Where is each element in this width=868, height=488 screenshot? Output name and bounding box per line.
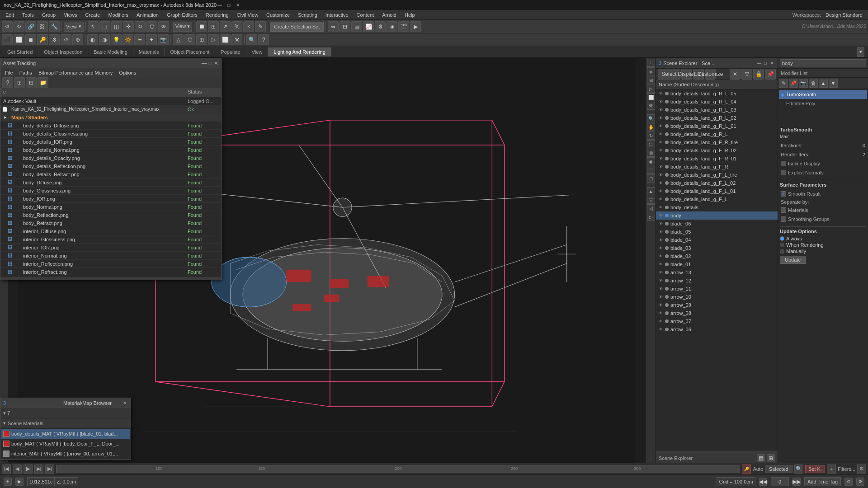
sb-play[interactable]: ▶ [15,478,24,486]
eye-icon-20[interactable]: 👁 [658,253,663,259]
frame-input[interactable]: 0 [771,477,789,486]
se-item-27[interactable]: 👁 arrow_08 [656,309,778,317]
tb2-btn5[interactable]: ⚙ [49,34,60,45]
tl-next-frame[interactable]: ▶| [34,465,43,474]
se-item-9[interactable]: 👁 body_details_land_g_F_R [656,163,778,171]
eye-icon-17[interactable]: 👁 [658,229,663,235]
at-main-file-row[interactable]: 📄 Kamov_KA_32_Firefighting_Helicopter_Si… [0,105,221,113]
se-item-16[interactable]: 👁 blade_06 [656,220,778,228]
at-file-4[interactable]: 🖼 body_details_Opacity.png Found [0,154,221,162]
at-close[interactable]: ✕ [214,60,218,66]
view-tab-dropdown[interactable]: ▾ [857,47,864,57]
se-item-11[interactable]: 👁 body_details_land_g_F_L_02 [656,179,778,187]
snap-btn[interactable]: 🔲 [196,21,207,32]
sb-create[interactable]: + [4,478,12,486]
tb2-motion[interactable]: ▷ [208,34,219,45]
workspace-name[interactable]: Design Standard [822,11,866,19]
menu-content[interactable]: Content [353,11,378,19]
sb-next-frame[interactable]: ▶▶ [793,478,801,486]
se-item-22[interactable]: 👁 arrow_13 [656,268,778,277]
eye-icon-12[interactable]: 👁 [658,188,663,194]
mod-up-btn[interactable]: ▲ [819,79,828,88]
tb2-utils[interactable]: ⚒ [231,34,242,45]
vi-extra3[interactable]: ◁ [647,204,655,212]
at-file-15[interactable]: 🖼 interior_IOR.png Found [0,244,221,252]
at-tb4[interactable]: 📁 [38,77,48,88]
eye-icon-6[interactable]: 👁 [658,140,663,145]
se-item-12[interactable]: 👁 body_details_land_g_F_L_01 [656,187,778,195]
menu-edit[interactable]: Edit [2,11,18,19]
eye-icon-9[interactable]: 👁 [658,164,663,169]
view-dropdown[interactable]: View ▾ [173,22,193,32]
at-file-7[interactable]: 🖼 body_Diffuse.png Found [0,178,221,187]
eye-icon-21[interactable]: 👁 [658,262,663,267]
smooth-result-checkbox[interactable] [781,191,786,197]
at-tb2[interactable]: ⊞ [14,77,25,88]
se-customize-btn[interactable]: Customize [705,69,716,80]
render-btn[interactable]: ▶ [410,21,421,32]
set-key-button[interactable]: Set K. [805,465,825,473]
tl-prev-frame[interactable]: ◀ [13,465,22,474]
vi-modify[interactable]: ◈ [647,67,655,75]
menu-scripting[interactable]: Scripting [294,11,321,19]
se-list[interactable]: 👁 body_details_land_g_R_L_05 👁 body_deta… [656,89,778,450]
curve-editor-btn[interactable]: 📈 [363,21,374,32]
se-display-btn[interactable]: Display [681,69,692,80]
at-menu-bitmap[interactable]: Bitmap Performance and Memory [36,69,115,76]
vi-region[interactable]: ⬚ [647,166,655,174]
at-file-18[interactable]: 🖼 interior_Refract.png Found [0,268,221,276]
se-close-filter[interactable]: ✕ [730,69,741,80]
eye-icon-1[interactable]: 👁 [658,99,663,104]
eye-icon-14[interactable]: 👁 [658,205,663,210]
se-item-24[interactable]: 👁 arrow_11 [656,285,778,293]
menu-interactive[interactable]: Interactive [322,11,352,19]
eye-icon-16[interactable]: 👁 [658,221,663,226]
tb2-btn2[interactable]: ⬜ [14,34,24,45]
vi-pan[interactable]: ✋ [647,123,655,131]
at-menu-options[interactable]: Options [116,69,139,76]
smoothing-groups-checkbox[interactable] [781,216,786,222]
tb2-btn6[interactable]: ↺ [61,34,71,45]
at-tb3[interactable]: ⊟ [26,77,37,88]
window-crossing-btn[interactable]: ◫ [111,21,122,32]
vi-selected[interactable]: ◉ [647,157,655,165]
se-item-23[interactable]: 👁 arrow_12 [656,277,778,285]
vi-extra1[interactable]: ▲ [647,187,655,195]
vi-extra2[interactable]: ▽ [647,196,655,204]
filters-btn[interactable]: Filters... [838,466,855,472]
vi-utilities[interactable]: ⚒ [647,102,655,110]
tb2-btn9[interactable]: ◑ [99,34,110,45]
se-icon-btn1[interactable]: ▤ [757,454,765,462]
edit-named-sel-btn[interactable]: ✎ [255,21,266,32]
eye-icon-2[interactable]: 👁 [658,107,663,113]
smooth-result-row[interactable]: Smooth Result [780,189,866,198]
radio-always[interactable]: Always [780,236,866,241]
snap2d-btn[interactable]: ⊞ [208,21,219,32]
eye-icon-29[interactable]: 👁 [658,327,663,332]
at-maps-group[interactable]: ▸ Maps / Shaders [0,113,221,122]
se-item-14[interactable]: 👁 body_details [656,203,778,211]
modifier-search-input[interactable] [780,59,866,67]
at-file-10[interactable]: 🖼 body_Normal.png Found [0,203,221,211]
menu-create[interactable]: Create [81,11,104,19]
link-btn[interactable]: 🔗 [25,21,36,32]
se-item-26[interactable]: 👁 arrow_09 [656,301,778,309]
se-item-13[interactable]: 👁 body_details_land_g_F_L [656,195,778,203]
tb2-light3[interactable]: ☀ [134,34,145,45]
menu-animation[interactable]: Animation [133,11,162,19]
se-item-21[interactable]: 👁 blade_01 [656,260,778,268]
se-close[interactable]: ✕ [769,60,775,66]
se-select-btn[interactable]: Select [658,69,680,80]
se-item-15[interactable]: 👁 body [656,211,778,220]
at-menu-paths[interactable]: Paths [17,69,35,76]
vi-hierarchy[interactable]: ⊞ [647,76,655,84]
eye-icon-5[interactable]: 👁 [658,131,663,137]
tab-view[interactable]: View [246,47,269,56]
tb2-hier[interactable]: ⊞ [196,34,207,45]
at-file-14[interactable]: 🖼 interior_Glossiness.png Found [0,235,221,244]
se-item-17[interactable]: 👁 blade_05 [656,228,778,236]
mirror-btn[interactable]: ⇔ [328,21,339,32]
se-maximize[interactable]: □ [762,60,769,66]
explicit-row[interactable]: Explicit Normals [780,168,866,177]
se-item-7[interactable]: 👁 body_details_land_g_F_R_02 [656,146,778,155]
